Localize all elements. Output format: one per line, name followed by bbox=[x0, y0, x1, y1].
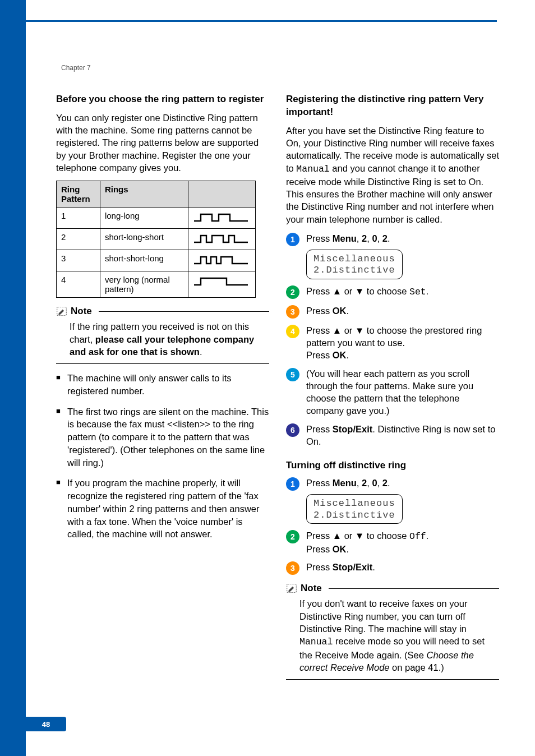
off-step-row-1: 1 Press Menu, 2, 0, 2. bbox=[286, 477, 499, 491]
lcd-display: Miscellaneous 2.Distinctive bbox=[306, 494, 403, 524]
step-badge-4-icon: 4 bbox=[286, 325, 299, 338]
t: , bbox=[357, 233, 362, 243]
bullet-list: The machine will only answer calls to it… bbox=[56, 372, 269, 541]
t: 2 bbox=[362, 233, 367, 243]
step-row-4: 4 Press ▲ or ▼ to choose the prestored r… bbox=[286, 324, 499, 362]
t: , bbox=[377, 233, 382, 243]
t: Set bbox=[409, 287, 426, 297]
right-column: Registering the distinctive ring pattern… bbox=[286, 93, 499, 680]
step-row-6: 6 Press Stop/Exit. Distinctive Ring is n… bbox=[286, 423, 499, 448]
t: Press bbox=[306, 544, 333, 554]
t: Press bbox=[306, 478, 333, 488]
cell-num: 2 bbox=[57, 229, 100, 250]
th-rings: Rings bbox=[100, 181, 188, 208]
t: 2 bbox=[382, 478, 388, 488]
lcd-line-2: 2.Distinctive bbox=[313, 510, 395, 521]
note-text-b: . bbox=[200, 347, 202, 357]
step-row-2: 2 Press ▲ or ▼ to choose Set. bbox=[286, 285, 499, 299]
t: 2 bbox=[382, 233, 388, 243]
page-number: 48 bbox=[42, 720, 50, 729]
step-badge-1-icon: 1 bbox=[286, 233, 299, 246]
step-text: Press ▲ or ▼ to choose the prestored rin… bbox=[306, 324, 499, 362]
lcd-line-1: Miscellaneous bbox=[313, 253, 395, 265]
step-badge-2-icon: 2 bbox=[286, 285, 299, 299]
note-block: Note If you don't want to receive faxes … bbox=[286, 583, 499, 680]
list-item: If you program the machine properly, it … bbox=[56, 477, 269, 541]
th-ring-pattern: Ring Pattern bbox=[57, 181, 100, 208]
cell-desc: very long (normal pattern) bbox=[100, 271, 188, 298]
list-item: The machine will only answer calls to it… bbox=[56, 372, 269, 398]
step-badge-6-icon: 6 bbox=[286, 423, 299, 437]
ring-glyph-short-short-long-icon bbox=[193, 253, 249, 266]
t: OK bbox=[333, 306, 347, 316]
t: . bbox=[426, 531, 429, 541]
step-text: (You will hear each pattern as you scrol… bbox=[306, 367, 499, 417]
note-label: Note bbox=[301, 583, 322, 594]
t: Press ▲ or ▼ to choose bbox=[306, 286, 409, 296]
pencil-icon bbox=[56, 306, 67, 317]
note-body: If you don't want to receive faxes on yo… bbox=[286, 596, 499, 680]
left-intro: You can only register one Distinctive Ri… bbox=[56, 112, 269, 174]
note-head: Note bbox=[56, 306, 269, 317]
t: OK bbox=[333, 350, 347, 360]
nb-mono: Manual bbox=[299, 637, 333, 647]
right-intro: After you have set the Distinctive Ring … bbox=[286, 125, 499, 225]
t: , bbox=[357, 478, 362, 488]
step-text: Press ▲ or ▼ to choose Set. bbox=[306, 285, 499, 299]
off-step-row-3: 3 Press Stop/Exit. bbox=[286, 561, 499, 575]
cell-num: 1 bbox=[57, 208, 100, 229]
t: 0 bbox=[372, 233, 377, 243]
t: , bbox=[367, 233, 372, 243]
cell-glyph bbox=[188, 208, 256, 229]
ring-pattern-table: Ring Pattern Rings 1 long-long 2 bbox=[56, 181, 256, 298]
lcd-display: Miscellaneous 2.Distinctive bbox=[306, 250, 403, 279]
t: . bbox=[372, 562, 375, 572]
t: Stop/Exit bbox=[333, 562, 373, 572]
pencil-icon bbox=[286, 583, 297, 594]
step-badge-3-icon: 3 bbox=[286, 561, 299, 575]
blue-rail bbox=[0, 0, 26, 756]
t: . bbox=[388, 478, 390, 488]
t: Menu bbox=[333, 478, 357, 488]
cell-desc: long-long bbox=[100, 208, 188, 229]
step-text: Press OK. bbox=[306, 305, 499, 319]
step-row-5: 5 (You will hear each pattern as you scr… bbox=[286, 367, 499, 417]
note-label: Note bbox=[71, 306, 92, 317]
t: Press bbox=[306, 306, 333, 316]
cell-glyph bbox=[188, 229, 256, 250]
note-block: Note If the ring pattern you received is… bbox=[56, 306, 269, 364]
cell-glyph bbox=[188, 250, 256, 271]
step-text: Press ▲ or ▼ to choose Off. Press OK. bbox=[306, 529, 499, 556]
step-badge-3-icon: 3 bbox=[286, 305, 299, 319]
intro-mono: Manual bbox=[296, 164, 329, 174]
note-rule bbox=[99, 311, 269, 312]
t: . bbox=[347, 306, 349, 316]
top-rule bbox=[26, 20, 497, 22]
t: , bbox=[367, 478, 372, 488]
note-body: If the ring pattern you received is not … bbox=[56, 319, 269, 364]
step-text: Press Menu, 2, 0, 2. bbox=[306, 232, 499, 246]
t: Press bbox=[306, 424, 333, 434]
page: Chapter 7 Before you choose the ring pat… bbox=[0, 0, 535, 756]
t: . bbox=[388, 233, 390, 243]
t: 0 bbox=[372, 478, 377, 488]
t: Menu bbox=[333, 233, 357, 243]
cell-desc: short-short-long bbox=[100, 250, 188, 271]
note-text-bold: please call your telephone company and a… bbox=[70, 334, 254, 357]
note-head: Note bbox=[286, 583, 499, 594]
left-heading: Before you choose the ring pattern to re… bbox=[56, 93, 269, 106]
t: Press ▲ or ▼ to choose bbox=[306, 531, 409, 541]
right-heading: Registering the distinctive ring pattern… bbox=[286, 93, 499, 119]
ring-glyph-very-long-icon bbox=[193, 275, 249, 287]
nb-a: If you don't want to receive faxes on yo… bbox=[299, 598, 467, 634]
t: Press ▲ or ▼ to choose the prestored rin… bbox=[306, 325, 482, 348]
step-text: Press Stop/Exit. Distinctive Ring is now… bbox=[306, 423, 499, 448]
step-row-1: 1 Press Menu, 2, 0, 2. bbox=[286, 232, 499, 246]
t: . bbox=[347, 350, 349, 360]
note-rule bbox=[329, 588, 499, 589]
cell-desc: short-long-short bbox=[100, 229, 188, 250]
t: Off bbox=[409, 531, 426, 542]
lcd-line-1: Miscellaneous bbox=[313, 498, 395, 509]
sub-heading: Turning off distinctive ring bbox=[286, 460, 499, 471]
th-glyph bbox=[188, 181, 256, 208]
